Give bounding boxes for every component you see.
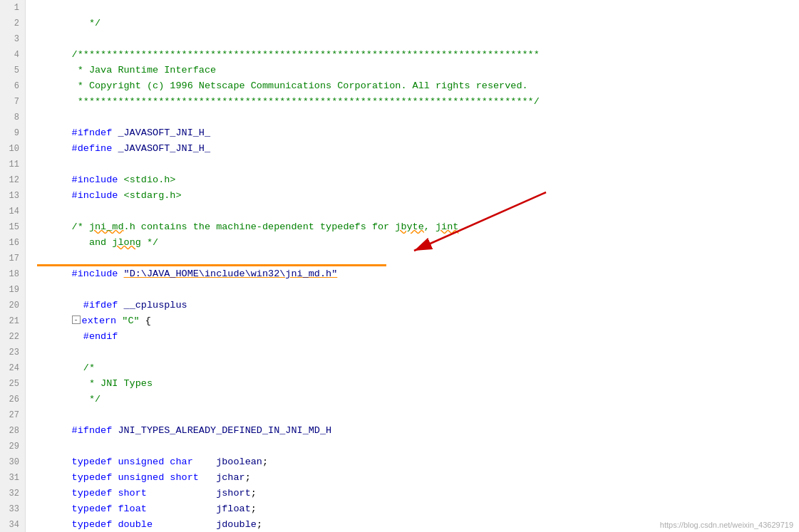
code-line: ****************************************… bbox=[37, 78, 799, 94]
code-line bbox=[37, 188, 799, 204]
code-line: * Java Runtime Interface bbox=[37, 47, 799, 63]
code-line: -extern "C" { bbox=[37, 298, 799, 313]
code-line: #endif bbox=[37, 313, 799, 329]
code-line: typedef float jfloat; bbox=[37, 486, 799, 501]
code-line: /***************************************… bbox=[37, 31, 799, 47]
code-line bbox=[37, 235, 799, 251]
code-content[interactable]: */ /************************************… bbox=[26, 0, 799, 532]
code-line: #include <stdio.h> bbox=[37, 157, 799, 172]
code-line: typedef short jshort; bbox=[37, 470, 799, 486]
code-line: #ifndef _JAVASOFT_JNI_H_ bbox=[37, 110, 799, 125]
code-line: typedef unsigned char jboolean; bbox=[37, 439, 799, 454]
code-line: * JNI Types bbox=[37, 360, 799, 376]
code-line bbox=[37, 423, 799, 439]
code-line: /* jni_md.h contains the machine-depende… bbox=[37, 204, 799, 219]
code-line bbox=[37, 329, 799, 345]
code-line: typedef unsigned short jchar; bbox=[37, 454, 799, 470]
code-line bbox=[37, 266, 799, 282]
code-line: */ bbox=[37, 376, 799, 392]
code-line: #ifdef __cplusplus bbox=[37, 282, 799, 298]
code-line: #ifndef JNI_TYPES_ALREADY_DEFINED_IN_JNI… bbox=[37, 407, 799, 423]
line-number-gutter: 1234567891011121314151617181920212223242… bbox=[0, 0, 26, 532]
code-line: /* bbox=[37, 345, 799, 360]
code-line: #define _JAVASOFT_JNI_H_ bbox=[37, 125, 799, 141]
code-editor: 1234567891011121314151617181920212223242… bbox=[0, 0, 799, 532]
code-line bbox=[37, 392, 799, 407]
code-line bbox=[37, 94, 799, 110]
code-line: */ bbox=[37, 0, 799, 16]
code-line bbox=[37, 16, 799, 31]
code-line: typedef double jdouble; bbox=[37, 501, 799, 517]
include-highlight-line: #include "D:\JAVA_HOME\include\win32\jni… bbox=[37, 251, 799, 266]
code-line bbox=[37, 141, 799, 157]
watermark: https://blog.csdn.net/weixin_43629719 bbox=[660, 521, 793, 529]
code-line: #include <stdarg.h> bbox=[37, 172, 799, 188]
code-line: and jlong */ bbox=[37, 219, 799, 235]
code-line: * Copyright (c) 1996 Netscape Communicat… bbox=[37, 63, 799, 78]
